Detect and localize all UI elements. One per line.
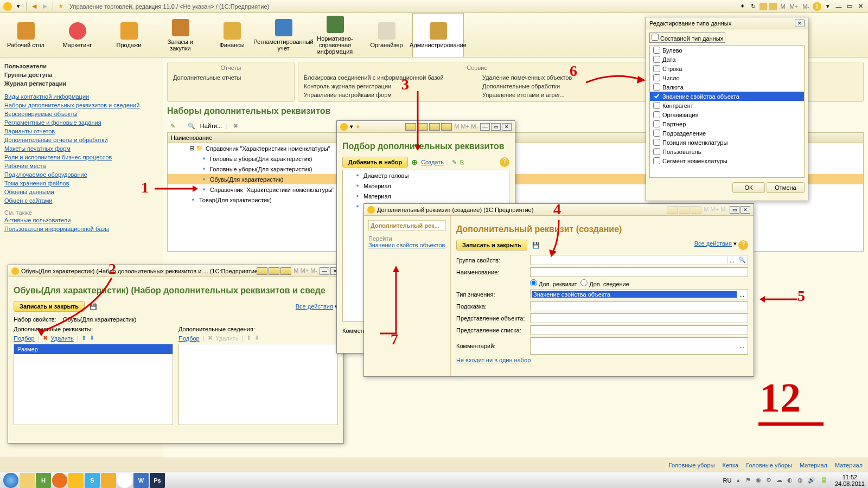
taskbar-skype[interactable]: S xyxy=(85,473,100,488)
list-input[interactable] xyxy=(530,325,748,335)
save-icon[interactable]: 💾 xyxy=(532,241,540,249)
hint-input[interactable] xyxy=(530,301,748,311)
delete-icon[interactable]: ✖ xyxy=(43,335,48,342)
sidebar-link[interactable]: Роли и исполнители бизнес-процессов xyxy=(4,153,158,162)
toolbar-btn[interactable] xyxy=(441,123,452,131)
calc-mminus[interactable]: M- xyxy=(802,3,809,10)
toolbar-btn[interactable] xyxy=(280,267,291,275)
sidebar-link[interactable]: Макеты печатных форм xyxy=(4,144,158,153)
dropdown-icon[interactable]: ▾ xyxy=(350,123,353,130)
type-checkbox[interactable] xyxy=(653,157,660,164)
taskbar-app2[interactable] xyxy=(101,473,116,488)
type-checkbox[interactable] xyxy=(653,120,660,127)
svc-link[interactable]: Дополнительные отчеты xyxy=(173,73,289,82)
composite-checkbox[interactable] xyxy=(652,34,659,41)
edit-icon[interactable]: ✎ xyxy=(452,159,457,166)
toolbar-btn[interactable] xyxy=(257,267,267,275)
bottom-tab[interactable]: Головные уборы xyxy=(746,462,792,468)
type-checkbox[interactable] xyxy=(653,84,660,91)
type-checkbox[interactable] xyxy=(653,74,660,81)
calc-mplus[interactable]: M+ xyxy=(790,3,799,10)
sidebar-link[interactable]: Варианты отчетов xyxy=(4,127,158,136)
sidebar-link[interactable]: Версионируемые объекты xyxy=(4,110,158,118)
help-icon[interactable]: ? xyxy=(738,240,748,250)
taskbar-app[interactable]: H xyxy=(36,473,51,488)
maximize-icon[interactable]: ▭ xyxy=(491,123,501,131)
radio-info[interactable] xyxy=(580,279,588,286)
noset-link[interactable]: Не входит ни в один набор xyxy=(456,357,531,363)
svc-link[interactable]: Удаление помеченных объектов xyxy=(482,73,650,82)
ribbon-stock[interactable]: Запасы и закупки xyxy=(155,13,206,57)
copy-icon[interactable]: ⎘ xyxy=(460,159,464,165)
ribbon-finance[interactable]: Финансы xyxy=(206,13,258,57)
calc-m[interactable]: M xyxy=(780,3,785,10)
taskbar-chrome[interactable] xyxy=(117,473,132,488)
dropdown-icon[interactable]: ▾ xyxy=(14,2,23,11)
minimize-icon[interactable]: — xyxy=(834,2,843,11)
sidebar-link[interactable]: Обмен с сайтами xyxy=(4,196,158,205)
type-checkbox[interactable] xyxy=(653,47,660,54)
help-icon[interactable]: ? xyxy=(500,157,509,167)
type-option[interactable]: Значение свойства объекта xyxy=(650,92,804,101)
svc-link[interactable]: Управление итогами и агрег... xyxy=(482,91,650,99)
help-icon[interactable]: i xyxy=(813,2,821,11)
start-button[interactable] xyxy=(3,473,18,488)
save-close-button[interactable]: Записать и закрыть xyxy=(14,301,85,312)
type-option[interactable]: Пользователь xyxy=(650,147,804,156)
type-option[interactable]: Число xyxy=(650,73,804,82)
type-checkbox[interactable] xyxy=(653,93,660,100)
sidebar-link[interactable]: Наборы дополнительных реквизитов и сведе… xyxy=(4,101,158,110)
sidebar-link[interactable]: Виды контактной информации xyxy=(4,92,158,101)
taskbar-firefox[interactable] xyxy=(52,473,67,488)
calc1-icon[interactable] xyxy=(760,3,767,10)
up-icon[interactable]: ⬆ xyxy=(81,335,86,342)
toolbar-btn[interactable] xyxy=(429,123,440,131)
minimize-icon[interactable]: — xyxy=(320,267,329,275)
lang-indicator[interactable]: RU xyxy=(723,477,732,484)
list-item[interactable]: 🔹Материал xyxy=(343,181,509,191)
toolbar-btn[interactable] xyxy=(417,123,428,131)
ribbon-marketing[interactable]: Маркетинг xyxy=(52,13,103,57)
ribbon-organizer[interactable]: Органайзер xyxy=(361,13,412,57)
nav-current[interactable]: Дополнительный рек... xyxy=(368,220,446,231)
cancel-button[interactable]: Отмена xyxy=(767,182,805,193)
add-to-set-button[interactable]: Добавить в набор xyxy=(342,157,408,168)
sidebar-link[interactable]: Подключаемое оборудование xyxy=(4,170,158,179)
taskbar-word[interactable]: W xyxy=(133,473,149,488)
type-checkbox[interactable] xyxy=(653,111,660,118)
type-checkbox[interactable] xyxy=(653,148,660,155)
taskbar-explorer[interactable] xyxy=(20,473,35,488)
back-icon[interactable]: ◀ xyxy=(30,2,39,11)
fav-icon[interactable]: ✦ xyxy=(738,2,746,11)
type-checkbox[interactable] xyxy=(653,65,660,72)
list-row-selected[interactable]: Размер xyxy=(14,344,173,354)
type-checkbox[interactable] xyxy=(653,102,660,109)
close-icon[interactable]: ✕ xyxy=(741,206,750,214)
pick-button[interactable]: Подбор xyxy=(178,335,200,342)
svc-link[interactable]: Управление настройками форм xyxy=(304,91,471,99)
toolbar-btn[interactable] xyxy=(269,267,279,275)
sidebar-users[interactable]: Пользователи xyxy=(4,62,158,70)
bottom-tab[interactable]: Материал xyxy=(800,462,827,468)
name-input[interactable] xyxy=(530,267,748,277)
search-label[interactable]: Найти... xyxy=(200,123,222,129)
radio-requisite[interactable] xyxy=(530,279,537,286)
close-icon[interactable]: ✕ xyxy=(502,123,512,131)
clock-date[interactable]: 24.08.2011 xyxy=(835,480,865,487)
clear-icon[interactable]: ✖ xyxy=(231,121,240,130)
save-icon[interactable]: 💾 xyxy=(89,302,98,311)
type-option[interactable]: Контрагент xyxy=(650,101,804,110)
type-option[interactable]: Валюта xyxy=(650,82,804,92)
all-actions-link[interactable]: Все действия xyxy=(694,240,732,247)
sidebar-link[interactable]: Обмены данными xyxy=(4,188,158,196)
sidebar-see-link[interactable]: Активные пользователи xyxy=(4,216,158,224)
comment-input[interactable]: ... xyxy=(530,337,748,355)
save-close-button[interactable]: Записать и закрыть xyxy=(456,240,527,251)
all-actions-link[interactable]: Все действия xyxy=(296,303,333,310)
list-item[interactable]: 🔹Материал xyxy=(343,191,509,201)
svc-link[interactable]: Контроль журнала регистрации xyxy=(304,82,471,91)
history-icon[interactable]: ↻ xyxy=(749,2,757,11)
type-checkbox[interactable] xyxy=(653,139,660,146)
close-icon[interactable]: ✕ xyxy=(795,20,805,27)
pick-button[interactable]: Подбор xyxy=(14,335,35,342)
